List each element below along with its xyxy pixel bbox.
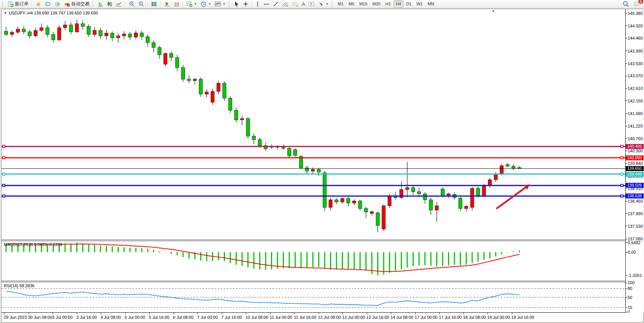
candle-body (234, 110, 238, 120)
svg-text:T: T (310, 2, 312, 6)
candle-body (123, 34, 126, 36)
price-tick-mark (626, 114, 627, 114)
rsi-scale-tick-mark (626, 297, 627, 297)
candlestick-mode-button[interactable] (105, 0, 114, 8)
templates-button[interactable]: ▼ (213, 0, 227, 8)
toolbar-grip[interactable] (92, 1, 95, 7)
macd-pane[interactable] (2, 241, 625, 281)
tile-windows-button[interactable] (150, 0, 159, 8)
search-button[interactable] (621, 0, 631, 8)
candle-body (258, 140, 261, 146)
candle-body (347, 198, 350, 203)
sound-alert-button[interactable] (53, 0, 62, 8)
candle-body (388, 196, 391, 206)
candle-body (10, 32, 14, 35)
toolbar-grip[interactable] (229, 1, 231, 7)
candle-body (423, 194, 427, 200)
time-tick-label: 11 Jul 00:00 (270, 315, 292, 320)
candle-body (370, 212, 374, 213)
timeframe-h1-button[interactable]: H1 (383, 0, 393, 8)
time-tick-mark (53, 313, 53, 314)
timeframe-d1-button[interactable]: D1 (404, 0, 414, 8)
zoom-out-button[interactable] (137, 0, 146, 8)
rsi-pane[interactable] (2, 282, 625, 312)
line-chart-mode-button[interactable] (115, 0, 123, 8)
price-tick-label: 142.610 (628, 86, 643, 91)
horizontal-line-tool-button[interactable] (262, 0, 271, 8)
rsi-scale-label: 15 (628, 305, 632, 310)
price-tick-label: 143.990 (628, 49, 643, 53)
auto-trading-button[interactable]: 自动交易 (62, 0, 91, 8)
level-price-badge: 139.029 (626, 183, 644, 188)
candle-body (246, 118, 250, 136)
time-axis[interactable]: 29 Jun 202330 Jun 08:003 Jul 00:003 Jul … (2, 313, 643, 322)
timeframe-m5-button[interactable]: M5 (346, 0, 357, 8)
toolbar-separator (160, 1, 161, 7)
zoom-out-icon (138, 1, 144, 7)
toolbar-grip[interactable] (332, 1, 334, 7)
price-tick-mark (626, 126, 627, 126)
level-price-badge: 140.469 (626, 144, 644, 149)
rsi-scale-label: 100 (628, 280, 634, 285)
vertical-line-tool-button[interactable] (254, 0, 261, 8)
time-tick-label: 4 Jul 08:00 (100, 315, 121, 320)
chart-shift-marker-icon[interactable]: ▼ (492, 10, 495, 13)
candle-body (199, 79, 202, 94)
candle-body (146, 37, 150, 43)
candle-body (229, 98, 232, 110)
main-chart-pane[interactable] (2, 9, 625, 240)
text-label-tool-button[interactable]: T (307, 0, 316, 8)
collapse-arrow-icon[interactable]: ▼ (4, 11, 7, 15)
level-price-badge: 138.638 (626, 193, 644, 198)
timeframe-h4-button[interactable]: H4 (394, 0, 403, 8)
price-axis[interactable]: 145.380144.920144.460143.990143.530143.0… (625, 9, 644, 313)
styler-button[interactable] (34, 0, 43, 8)
trendline-tool-button[interactable] (271, 0, 280, 8)
macd-scale-tick-mark (626, 242, 627, 243)
chart-shift-button[interactable] (172, 0, 181, 8)
toolbar: 新订单 自动交易 (0, 0, 644, 8)
bar-chart-mode-button[interactable] (96, 0, 105, 8)
timeframe-m15-button[interactable]: M15 (357, 0, 370, 8)
arrows-tool-button[interactable]: ▼ (317, 0, 330, 8)
terminal-button[interactable] (43, 0, 53, 8)
candle-body (16, 29, 20, 32)
new-order-button[interactable]: 新订单 (6, 0, 30, 8)
timeframe-mn-button[interactable]: MN (425, 0, 436, 8)
time-tick-label: 17 Jul 16:00 (439, 315, 462, 320)
channel-tool-button[interactable]: E (281, 0, 290, 8)
chart-window: ▼ USDJPY-,H4 139.690 139.747 139.650 139… (1, 9, 644, 323)
price-tick-label: 141.680 (628, 111, 643, 116)
periods-button[interactable]: ▼ (199, 0, 213, 8)
price-tick-label: 143.530 (628, 61, 643, 66)
level-price-badge: 139.449 (626, 172, 644, 177)
crosshair-tool-button[interactable] (241, 0, 250, 8)
zoom-in-button[interactable] (127, 0, 136, 8)
candle-body (52, 35, 55, 40)
price-tick-label: 143.070 (628, 74, 643, 78)
notifications-button[interactable]: 1 (632, 0, 641, 8)
text-tool-button[interactable]: A (300, 0, 307, 8)
macd-scale-label: 0.5482 (628, 240, 641, 245)
candle-body (459, 198, 462, 208)
time-tick-mark (270, 313, 271, 314)
timeframe-m1-button[interactable]: M1 (335, 0, 346, 8)
time-tick-label: 12 Jul 08:00 (318, 315, 341, 320)
macd-scale-tick-mark (626, 252, 627, 253)
candle-body (69, 25, 73, 32)
time-tick-mark (343, 313, 343, 314)
timeframe-m30-button[interactable]: M30 (370, 0, 383, 8)
price-tick-label: 144.460 (628, 36, 643, 40)
candle-body (411, 188, 415, 192)
candle-body (193, 79, 197, 81)
auto-scroll-button[interactable] (163, 0, 172, 8)
toolbar-grip[interactable] (2, 1, 5, 7)
fibonacci-tool-button[interactable]: F (290, 0, 300, 8)
cursor-tool-button[interactable] (233, 0, 241, 8)
text-tool-icon: A (302, 1, 305, 7)
rsi-scale-tick-mark (626, 283, 627, 283)
time-tick-mark (415, 313, 416, 314)
timeframe-w1-button[interactable]: W1 (414, 0, 425, 8)
time-tick-mark (464, 313, 464, 314)
add-indicator-button[interactable]: ▼ (185, 0, 199, 8)
